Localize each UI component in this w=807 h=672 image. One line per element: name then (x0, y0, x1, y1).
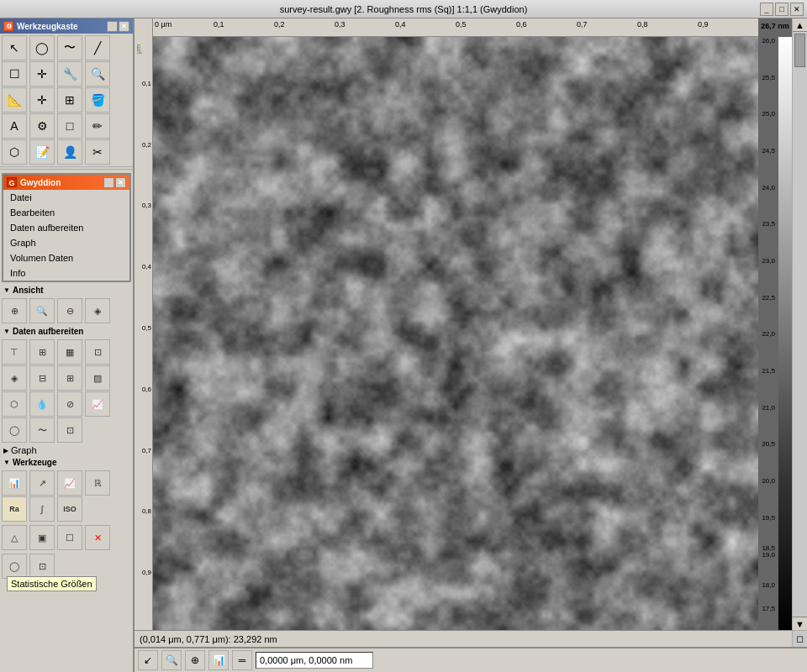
ansicht-zoom-in[interactable]: ⊕ (2, 298, 27, 323)
wz-tool-7[interactable]: ISO (57, 496, 82, 522)
gwyddion-minimize[interactable]: _ (103, 177, 114, 188)
section-graph[interactable]: Graph (0, 444, 133, 456)
sn-21: 21,0 (762, 404, 775, 412)
wz-tool-5[interactable]: Ra (2, 496, 27, 522)
bottom-coord-display: 0,0000 μm, 0,0000 nm (256, 652, 373, 669)
tool-measure[interactable]: 📐 (2, 87, 27, 113)
daten-tool-12[interactable]: 📈 (85, 391, 110, 417)
tool-note[interactable]: 📝 (29, 139, 55, 165)
wz-tool-6[interactable]: ∫ (29, 496, 55, 522)
ruler-0.1: 0,1 (214, 20, 224, 29)
tool-hex[interactable]: ⬡ (2, 139, 27, 165)
menu-volumen[interactable]: Volumen Daten (3, 250, 129, 265)
nav-back-button[interactable]: ↙ (138, 650, 158, 670)
tool-cut[interactable]: ✂ (85, 139, 110, 165)
menu-daten[interactable]: Daten aufbereiten (3, 220, 129, 235)
tool-ellipse[interactable]: ◯ (29, 35, 55, 60)
coord-display-text: (0,014 μm, 0,771 μm): 23,292 nm (140, 634, 277, 644)
daten-tool-4[interactable]: ⊡ (85, 339, 110, 365)
tool-pointer[interactable]: ↖ (2, 35, 27, 60)
toolbox-minimize[interactable]: _ (107, 21, 118, 32)
daten-tool-6[interactable]: ⊟ (29, 365, 55, 391)
maximize-button[interactable]: □ (775, 3, 789, 16)
color-scale-area: 26,7 nm 26,0 25,5 25,0 24,5 24,0 23,5 23… (758, 18, 792, 630)
wz-tool-2[interactable]: ↗ (29, 470, 55, 496)
microscopy-image[interactable] (153, 37, 758, 630)
zoom-face-button[interactable]: ⊕ (185, 650, 205, 670)
tool-move[interactable]: ✛ (29, 87, 55, 113)
ruler-0.5: 0,5 (456, 20, 467, 29)
v-scrollbar[interactable]: ▲ ▼ (792, 18, 807, 630)
tool-freehand[interactable]: 〜 (57, 35, 82, 60)
daten-tool-2[interactable]: ⊞ (29, 339, 55, 365)
tool-cross[interactable]: ✛ (29, 61, 55, 87)
daten-tool-3[interactable]: ▦ (57, 339, 82, 365)
wz-tool-8[interactable]: △ (2, 525, 27, 550)
window-controls[interactable]: _ □ ✕ (760, 3, 804, 16)
tool-zoom[interactable]: 🔍 (85, 61, 110, 87)
section-ansicht[interactable]: Ansicht (0, 284, 133, 297)
ansicht-3d[interactable]: ◈ (85, 298, 110, 323)
sn-18.5: 18,5 (762, 544, 775, 552)
daten-tool-5[interactable]: ◈ (2, 365, 27, 391)
gwyddion-titlebar: G Gwyddion _ ✕ (3, 175, 129, 190)
scale-bar-button[interactable]: ═ (232, 650, 252, 670)
sn-24.5: 24,5 (762, 147, 775, 155)
tool-rect[interactable]: ☐ (2, 61, 27, 87)
ruler-0.4: 0,4 (395, 20, 406, 29)
graph-button[interactable]: 📊 (208, 650, 229, 670)
main-content: 0 μm 0,1 0,2 0,3 0,4 0,5 0,6 0,7 0,8 0,9… (134, 18, 807, 672)
scroll-up-btn[interactable]: ▲ (793, 18, 807, 32)
daten-tool-13[interactable]: ◯ (2, 417, 27, 443)
wz-tool-11[interactable]: ✕ (85, 525, 110, 550)
wz-tool-1[interactable]: 📊 (2, 470, 27, 496)
daten-tool-10[interactable]: 💧 (29, 391, 55, 417)
gwyddion-controls[interactable]: _ ✕ (103, 177, 126, 188)
close-button[interactable]: ✕ (790, 3, 804, 16)
wz-tool-4[interactable]: ℝ (85, 470, 110, 496)
menu-info[interactable]: Info (3, 265, 129, 281)
scroll-down-btn[interactable]: ▼ (793, 617, 807, 630)
section-werkzeuge[interactable]: Werkzeuge (0, 456, 133, 469)
gwyddion-close[interactable]: ✕ (115, 177, 126, 188)
toolbox-close[interactable]: ✕ (119, 21, 129, 32)
ansicht-zoom-out[interactable]: ⊖ (57, 298, 82, 323)
zoom-fit-button[interactable]: 🔍 (161, 650, 182, 670)
daten-tool-15[interactable]: ⊡ (57, 417, 82, 443)
tool-bucket[interactable]: 🪣 (85, 87, 110, 113)
sn-19.5: 19,5 (762, 514, 775, 522)
daten-tool-9[interactable]: ⬡ (2, 391, 27, 417)
tool-pencil[interactable]: ✏ (85, 113, 110, 139)
section-daten[interactable]: Daten aufbereiten (0, 325, 133, 338)
toolbox-controls[interactable]: _ ✕ (107, 21, 129, 32)
tool-grid-1: ↖ ◯ 〜 ╱ ☐ ✛ 🔧 🔍 📐 ✛ ⊞ 🪣 A ⚙ □ ✏ ⬡ 📝 👤 ✂ (0, 34, 133, 167)
scale-max-label: 26,7 nm (758, 22, 792, 30)
ansicht-zoom-fit[interactable]: 🔍 (29, 298, 55, 323)
tool-grid[interactable]: ⊞ (57, 87, 82, 113)
wz-tool-3[interactable]: 📈 (57, 470, 82, 496)
daten-tool-8[interactable]: ▨ (85, 365, 110, 391)
tool-line[interactable]: ╱ (85, 35, 110, 60)
minimize-button[interactable]: _ (760, 3, 773, 16)
wz-tool-9[interactable]: ▣ (29, 525, 55, 550)
daten-tool-7[interactable]: ⊞ (57, 365, 82, 391)
rl-0.1: 0,1 (142, 80, 151, 87)
wz-tool-12[interactable]: ◯ (2, 554, 27, 579)
image-container[interactable]: 0 μm 0,1 0,2 0,3 0,4 0,5 0,6 0,7 0,8 0,9… (134, 18, 807, 647)
tool-text[interactable]: A (2, 113, 27, 139)
menu-graph[interactable]: Graph (3, 235, 129, 250)
sn-23.5: 23,5 (762, 220, 775, 228)
menu-datei[interactable]: Datei (3, 190, 129, 205)
sn-26: 26,0 (762, 37, 775, 45)
daten-tool-14[interactable]: 〜 (29, 417, 55, 443)
scroll-thumb-v[interactable] (794, 34, 805, 67)
menu-bearbeiten[interactable]: Bearbeiten (3, 205, 129, 220)
daten-tool-1[interactable]: ⊤ (2, 339, 27, 365)
wz-tool-10[interactable]: ☐ (57, 525, 82, 550)
daten-tool-11[interactable]: ⊘ (57, 391, 82, 417)
tool-box[interactable]: □ (57, 113, 82, 139)
tool-wrench[interactable]: 🔧 (57, 61, 82, 87)
tool-settings[interactable]: ⚙ (29, 113, 55, 139)
wz-tool-13[interactable]: ⊡ (29, 554, 55, 579)
tool-user[interactable]: 👤 (57, 139, 82, 165)
